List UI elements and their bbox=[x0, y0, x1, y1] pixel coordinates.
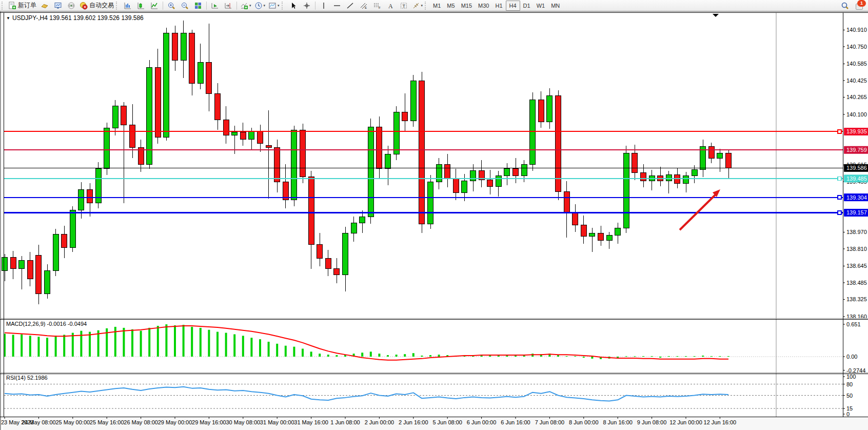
macd-label: MACD(12,26,9) -0.0016 -0.0494 bbox=[6, 321, 87, 327]
algo-trading-button[interactable]: 自动交易 bbox=[78, 1, 115, 11]
candle bbox=[504, 169, 510, 176]
time-tick-label: 30 May 08:00 bbox=[226, 419, 260, 425]
trading-terminal: 新订单自动交易▾▾▾EFAT▾M1M5M15M30H1H4D1W1MN1 140… bbox=[0, 0, 868, 430]
chevron-down-icon: ▾ bbox=[249, 4, 251, 8]
periods-clock-button[interactable]: ▾ bbox=[253, 1, 267, 11]
rsi-scale-label: 100 bbox=[846, 374, 856, 380]
time-tick-label: 1 Jun 08:00 bbox=[330, 419, 360, 425]
candle bbox=[215, 93, 221, 120]
indicators-add-button[interactable]: ▾ bbox=[239, 1, 253, 11]
candle bbox=[198, 62, 203, 83]
search-button[interactable] bbox=[838, 1, 852, 11]
candle bbox=[521, 164, 527, 175]
rsi-scale-label: 80 bbox=[846, 381, 853, 387]
candle bbox=[112, 106, 118, 128]
candle bbox=[445, 164, 450, 179]
arrows-tool-icon bbox=[412, 2, 420, 10]
sound-button[interactable] bbox=[65, 1, 78, 11]
price-label-139.586: 139.586 bbox=[846, 165, 867, 171]
candle bbox=[675, 175, 680, 183]
chevron-down-icon: ▾ bbox=[421, 4, 423, 8]
time-tick-label: 6 Jun 16:00 bbox=[501, 419, 530, 425]
horizontal-line-button[interactable] bbox=[330, 1, 344, 11]
gold-button[interactable] bbox=[38, 1, 51, 11]
chart-window[interactable]: 140.910140.750140.585140.425140.265140.1… bbox=[0, 11, 868, 430]
price-tick-label: 140.265 bbox=[846, 94, 867, 100]
chart-shift-button[interactable] bbox=[222, 1, 235, 11]
algo-trading-label: 自动交易 bbox=[89, 1, 114, 10]
chart-bars-icon bbox=[124, 2, 132, 10]
candle bbox=[130, 125, 135, 148]
time-tick-label: 29 May 00:00 bbox=[158, 419, 192, 425]
channel-button[interactable]: E bbox=[357, 1, 370, 11]
candle bbox=[87, 189, 93, 203]
price-tick-label: 140.585 bbox=[846, 61, 867, 67]
vertical-line-button[interactable] bbox=[317, 1, 330, 11]
crosshair-button[interactable] bbox=[300, 1, 313, 11]
toolbar-separator bbox=[236, 2, 237, 10]
candle bbox=[598, 233, 604, 240]
time-tick-label: 26 May 08:00 bbox=[124, 419, 158, 425]
candle bbox=[223, 120, 229, 135]
price-label-139.485: 139.485 bbox=[846, 175, 867, 182]
candle bbox=[274, 148, 280, 182]
hline-handle[interactable] bbox=[838, 196, 841, 199]
new-order-button[interactable]: 新订单 bbox=[7, 1, 38, 11]
time-tick-label: 25 May 00:00 bbox=[55, 419, 90, 425]
time-tick-label: 31 May 16:00 bbox=[294, 419, 328, 425]
candle bbox=[62, 234, 67, 248]
timeframe-H4[interactable]: H4 bbox=[506, 1, 520, 11]
timeframe-M1[interactable]: M1 bbox=[430, 1, 444, 10]
arrows-tool-button[interactable]: ▾ bbox=[410, 1, 425, 11]
hline-handle[interactable] bbox=[838, 130, 841, 133]
rsi-label: RSI(14) 52.1986 bbox=[6, 375, 48, 381]
price-tick-label: 138.645 bbox=[846, 263, 867, 269]
time-tick-label: 12 Jun 16:00 bbox=[704, 419, 737, 425]
chart-candles-button[interactable] bbox=[134, 1, 148, 11]
tile-windows-button[interactable] bbox=[191, 1, 205, 11]
candle bbox=[249, 131, 254, 139]
auto-scroll-button[interactable] bbox=[208, 1, 222, 11]
timeframe-MN[interactable]: MN bbox=[548, 1, 563, 10]
candle bbox=[547, 95, 553, 122]
candle bbox=[683, 176, 689, 183]
time-tick-label: 2 Jun 16:00 bbox=[399, 419, 428, 425]
candle bbox=[53, 234, 58, 271]
fibonacci-button[interactable]: F bbox=[370, 1, 384, 11]
market-watch-button[interactable] bbox=[51, 1, 65, 11]
candle bbox=[70, 210, 75, 248]
chart-canvas[interactable]: 140.910140.750140.585140.425140.265140.1… bbox=[0, 11, 868, 430]
vertical-line-icon bbox=[320, 2, 328, 10]
hline-handle[interactable] bbox=[838, 211, 841, 214]
hline-handle[interactable] bbox=[838, 177, 841, 180]
chart-collapse-icon[interactable]: ▼ bbox=[6, 16, 10, 21]
timeframe-D1[interactable]: D1 bbox=[520, 1, 534, 10]
algo-trading-icon bbox=[80, 2, 88, 10]
chart-bars-button[interactable] bbox=[121, 1, 134, 11]
cursor-button[interactable] bbox=[287, 1, 300, 11]
trendline-button[interactable] bbox=[344, 1, 357, 11]
macd-scale-label: 0.651 bbox=[846, 321, 861, 327]
candle bbox=[538, 100, 544, 122]
candle bbox=[487, 180, 493, 186]
timeframe-H1[interactable]: H1 bbox=[492, 1, 505, 10]
zoom-in-button[interactable] bbox=[165, 1, 178, 11]
label-button[interactable]: T bbox=[397, 1, 410, 11]
text-button[interactable]: A bbox=[384, 1, 397, 11]
main-toolbar: 新订单自动交易▾▾▾EFAT▾M1M5M15M30H1H4D1W1MN1 bbox=[0, 0, 868, 11]
candle bbox=[513, 169, 519, 176]
candle bbox=[606, 236, 612, 241]
toolbar-separator bbox=[163, 2, 163, 10]
template-chart-icon bbox=[268, 2, 277, 10]
timeframe-M30[interactable]: M30 bbox=[475, 1, 492, 10]
notifications-button[interactable]: 1 bbox=[856, 2, 865, 10]
candle bbox=[641, 173, 646, 181]
zoom-out-button[interactable] bbox=[178, 1, 191, 11]
timeframe-W1[interactable]: W1 bbox=[534, 1, 548, 10]
candle bbox=[45, 271, 50, 294]
chart-line-button[interactable] bbox=[148, 1, 161, 11]
timeframe-M15[interactable]: M15 bbox=[458, 1, 475, 10]
timeframe-M5[interactable]: M5 bbox=[444, 1, 458, 10]
candle bbox=[615, 228, 621, 235]
template-chart-button[interactable]: ▾ bbox=[267, 1, 281, 11]
